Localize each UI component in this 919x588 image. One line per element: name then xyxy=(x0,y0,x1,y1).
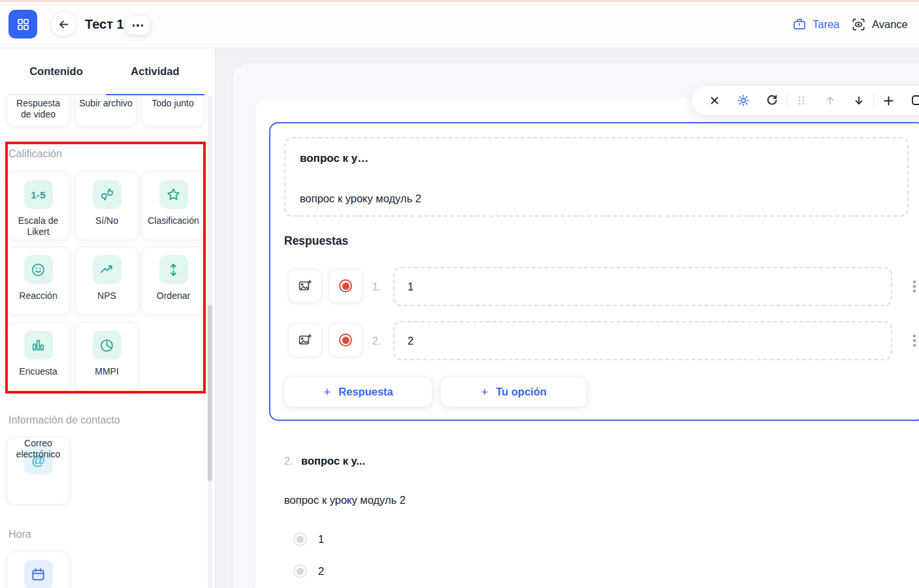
more-options-button[interactable] xyxy=(126,16,150,35)
smiley-icon xyxy=(24,255,53,284)
answer-2-number: 2. xyxy=(372,335,381,347)
tab-actividad[interactable]: Actividad xyxy=(106,48,204,95)
sort-vertical-icon xyxy=(159,255,188,284)
dot xyxy=(137,24,139,27)
section-label-calificacion: Calificación xyxy=(8,148,62,160)
top-accent-strip xyxy=(0,0,919,2)
item-label: Ordenar xyxy=(144,290,203,302)
item-si-no[interactable]: Sí/No xyxy=(75,172,138,240)
item-label: Subir archivo xyxy=(77,98,135,109)
likert-badge: 1-5 xyxy=(31,189,46,200)
answer-1-number: 1. xyxy=(372,281,381,293)
question-2-option-1-label: 1 xyxy=(318,533,324,546)
dot xyxy=(141,24,144,27)
back-arrow-icon xyxy=(57,18,70,31)
grid-icon xyxy=(16,18,30,31)
plus-icon: + xyxy=(323,385,331,399)
item-correo-electronico[interactable]: @ Correo electrónico xyxy=(7,437,70,504)
avance-label: Avance xyxy=(872,18,908,31)
question-2-title[interactable]: вопрос к у... xyxy=(301,455,365,467)
item-clasificacion[interactable]: Clasificación xyxy=(142,172,205,240)
item-label: NPS xyxy=(77,290,137,302)
sidebar-scroll-area: Respuesta de video Subir archivo Todo ju… xyxy=(0,96,215,588)
answer-2-input[interactable]: 2 xyxy=(393,321,892,360)
answer-1-more-button[interactable] xyxy=(913,279,919,294)
plus-icon: + xyxy=(481,385,488,399)
close-button[interactable] xyxy=(700,85,729,116)
header: Тест 1 Tarea xyxy=(0,2,919,48)
question-2-number: 2. xyxy=(284,455,293,467)
answers-heading: Respuestas xyxy=(284,234,348,248)
star-icon xyxy=(159,180,188,209)
question-2-option-2-radio[interactable] xyxy=(293,565,307,578)
refresh-button[interactable] xyxy=(758,85,786,116)
question-1-title[interactable]: вопрос к у… xyxy=(300,152,368,165)
record-radio-icon xyxy=(339,279,352,292)
bar-chart-icon xyxy=(24,331,53,360)
pie-chart-icon xyxy=(93,331,121,360)
add-answer-label: Respuesta xyxy=(338,386,393,398)
item-label: Escala de Likert xyxy=(8,215,68,238)
move-up-button[interactable] xyxy=(816,85,845,116)
answer-1-input[interactable]: 1 xyxy=(393,267,892,306)
item-label: Reacción xyxy=(8,290,68,302)
tab-contenido[interactable]: Contenido xyxy=(8,48,105,95)
item-nps[interactable]: NPS xyxy=(75,247,138,315)
item-label: Clasificación xyxy=(144,215,203,226)
apps-grid-button[interactable] xyxy=(8,10,37,39)
item-encuesta[interactable]: Encuesta xyxy=(7,322,70,391)
question-2-description: вопрос к уроку модуль 2 xyxy=(284,494,406,506)
sidebar-scrollbar-thumb[interactable] xyxy=(208,305,212,481)
item-escala-de-likert[interactable]: 1-5 Escala de Likert xyxy=(7,172,70,240)
item-label: Correo electrónico xyxy=(8,438,68,460)
dot xyxy=(133,24,135,27)
question-2-option-2-label: 2 xyxy=(318,565,324,578)
item-label: Respuesta de video xyxy=(12,98,64,120)
briefcase-icon xyxy=(792,17,807,31)
question-1-description[interactable]: вопрос к уроку модуль 2 xyxy=(300,193,421,205)
likert-scale-icon: 1-5 xyxy=(24,180,53,209)
item-mmpi[interactable]: MMPI xyxy=(75,322,138,391)
answer-1-correct-toggle[interactable] xyxy=(329,269,363,303)
record-radio-icon xyxy=(339,333,352,347)
answer-1-add-image-button[interactable] xyxy=(288,269,322,303)
app-window: Тест 1 Tarea xyxy=(0,0,919,588)
preview-eye-icon xyxy=(851,17,866,32)
item-label: Sí/No xyxy=(77,215,137,226)
item-label: Encuesta xyxy=(8,366,68,377)
answer-2-correct-toggle[interactable] xyxy=(329,323,363,357)
page-title: Тест 1 xyxy=(85,2,124,46)
item-hora-calendario[interactable] xyxy=(7,551,70,588)
item-ordenar[interactable]: Ordenar xyxy=(142,247,205,315)
settings-gear-button[interactable] xyxy=(729,85,758,116)
answer-2-more-button[interactable] xyxy=(913,333,919,348)
question-2-option-1-radio[interactable] xyxy=(293,533,307,546)
item-todo-junto[interactable]: Todo junto xyxy=(141,96,204,127)
add-option-label: Tu opción xyxy=(496,386,547,398)
item-subir-archivo[interactable]: Subir archivo xyxy=(75,96,137,127)
section-label-contacto: Información de contacto xyxy=(8,414,120,426)
item-label: MMPI xyxy=(77,366,137,377)
back-button[interactable] xyxy=(50,11,76,37)
thumbs-yes-no-icon xyxy=(93,180,121,209)
item-reaccion[interactable]: Reacción xyxy=(7,247,70,315)
tarea-button[interactable]: Tarea xyxy=(792,2,839,46)
answer-2-add-image-button[interactable] xyxy=(288,323,322,357)
item-respuesta-de-video[interactable]: Respuesta de video xyxy=(7,96,70,127)
drag-handle[interactable] xyxy=(787,85,816,116)
tarea-label: Tarea xyxy=(813,18,839,31)
add-own-option-button[interactable]: + Tu opción xyxy=(440,377,587,407)
sidebar: Contenido Actividad Respuesta de video S… xyxy=(0,48,216,588)
add-question-button[interactable] xyxy=(874,85,903,116)
item-label: Todo junto xyxy=(143,98,202,109)
section-label-hora: Hora xyxy=(8,529,31,540)
duplicate-button[interactable] xyxy=(903,85,919,116)
trend-up-icon xyxy=(93,255,121,284)
calendar-icon xyxy=(24,560,53,588)
avance-button[interactable]: Avance xyxy=(851,2,908,46)
question-1-editor: вопрос к у… вопрос к уроку модуль 2 Resp… xyxy=(269,122,919,421)
move-down-button[interactable] xyxy=(845,85,873,116)
question-toolbar xyxy=(691,85,919,116)
add-answer-button[interactable]: + Respuesta xyxy=(284,377,432,407)
